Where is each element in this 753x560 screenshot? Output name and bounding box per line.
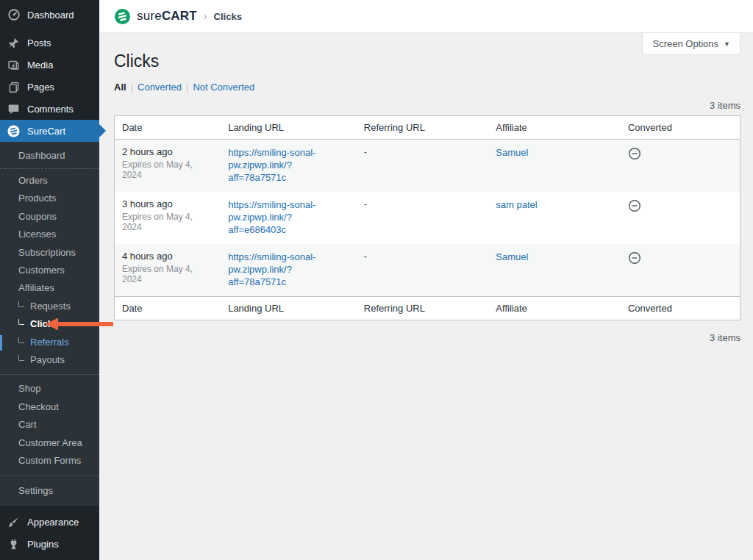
affiliate-link[interactable]: Samuel (496, 146, 528, 159)
referring-url-value: - (364, 251, 367, 262)
breadcrumb-current: Clicks (214, 11, 242, 22)
circle-minus-icon (628, 251, 641, 267)
submenu-divider (0, 374, 99, 375)
click-date: 2 hours ago (122, 146, 213, 157)
landing-url-link[interactable]: https://smiling-sonal-pw.zipwp.link/?aff… (228, 198, 349, 236)
column-header-date[interactable]: Date (115, 116, 221, 140)
submenu-corner-icon (18, 319, 24, 325)
submenu-item-orders[interactable]: Orders (0, 171, 99, 189)
appearance-icon (7, 515, 21, 529)
sidebar-item-label: Plugins (27, 539, 59, 550)
table-header-row: Date Landing URL Referring URL Affiliate… (115, 116, 740, 140)
submenu-item-custom-forms[interactable]: Custom Forms (0, 451, 99, 469)
submenu-item-cart[interactable]: Cart (0, 415, 99, 433)
column-header-landing-url[interactable]: Landing URL (221, 116, 357, 140)
circle-minus-icon (628, 199, 641, 215)
sidebar-item-users[interactable]: Users (0, 555, 99, 560)
submenu-corner-icon (18, 337, 24, 343)
referring-url-value: - (364, 146, 367, 157)
sidebar-item-appearance[interactable]: Appearance (0, 511, 99, 533)
landing-url-link[interactable]: https://smiling-sonal-pw.zipwp.link/?aff… (228, 251, 349, 288)
sidebar-item-plugins[interactable]: Plugins (0, 533, 99, 555)
submenu-item-settings[interactable]: Settings (0, 482, 99, 500)
submenu-corner-icon (18, 355, 24, 361)
submenu-item-customers[interactable]: Customers (0, 261, 99, 279)
items-count-bottom: 3 items (114, 332, 740, 343)
items-count-top: 3 items (114, 100, 740, 111)
referring-url-value: - (364, 198, 367, 209)
submenu-item-subscriptions[interactable]: Subscriptions (0, 243, 99, 261)
screen-options-button[interactable]: Screen Options ▼ (642, 33, 740, 55)
sidebar-item-label: Pages (27, 82, 54, 93)
column-footer-affiliate[interactable]: Affiliate (488, 297, 621, 320)
sidebar-item-posts[interactable]: Posts (0, 32, 99, 54)
filter-not-converted[interactable]: Not Converted (193, 82, 254, 93)
sidebar-item-label: Comments (27, 104, 74, 115)
column-footer-converted[interactable]: Converted (621, 297, 740, 320)
sidebar-item-surecart[interactable]: SureCart (0, 120, 99, 142)
column-header-affiliate[interactable]: Affiliate (488, 116, 621, 140)
filter-all[interactable]: All (114, 82, 126, 93)
chevron-down-icon: ▼ (724, 40, 730, 48)
clicks-table: Date Landing URL Referring URL Affiliate… (114, 115, 740, 320)
plugins-icon (7, 537, 21, 551)
table-row: 2 hours ago Expires on May 4, 2024 https… (115, 140, 740, 193)
column-header-referring-url[interactable]: Referring URL (357, 116, 489, 140)
landing-url-link[interactable]: https://smiling-sonal-pw.zipwp.link/?aff… (228, 146, 349, 184)
submenu-item-shop[interactable]: Shop (0, 380, 99, 398)
pin-icon (7, 36, 21, 50)
affiliate-link[interactable]: Samuel (496, 251, 528, 263)
breadcrumb-chevron-icon: › (204, 10, 207, 22)
click-expires: Expires on May 4, 2024 (122, 264, 213, 284)
surecart-icon (7, 124, 21, 138)
submenu-divider (0, 168, 99, 169)
menu-separator (0, 26, 99, 32)
click-expires: Expires on May 4, 2024 (122, 159, 213, 180)
submenu-item-referrals[interactable]: Referrals (0, 333, 99, 351)
submenu-item-checkout[interactable]: Checkout (0, 398, 99, 415)
column-header-converted[interactable]: Converted (621, 116, 740, 140)
sidebar-item-comments[interactable]: Comments (0, 98, 99, 120)
sidebar-item-label: Posts (27, 37, 51, 49)
sidebar-item-dashboard[interactable]: Dashboard (0, 4, 99, 26)
column-footer-landing-url[interactable]: Landing URL (221, 297, 357, 320)
admin-sidebar: Dashboard Posts Media Pages Comments (0, 0, 99, 560)
media-icon (7, 58, 21, 72)
filter-converted[interactable]: Converted (138, 82, 182, 93)
filter-separator: | (126, 82, 138, 93)
submenu-item-products[interactable]: Products (0, 190, 99, 207)
submenu-item-payouts[interactable]: Payouts (0, 351, 99, 368)
circle-minus-icon (628, 147, 641, 162)
submenu-item-affiliates[interactable]: Affiliates (0, 279, 99, 297)
main-content: Clicks All|Converted|Not Converted 3 ite… (99, 33, 753, 560)
click-date: 4 hours ago (122, 251, 213, 262)
table-footer-row: Date Landing URL Referring URL Affiliate… (115, 297, 740, 320)
filter-separator: | (182, 82, 193, 93)
submenu-item-coupons[interactable]: Coupons (0, 207, 99, 225)
column-footer-date[interactable]: Date (115, 297, 221, 320)
surecart-brand: sureCART (114, 8, 197, 25)
submenu-item-licenses[interactable]: Licenses (0, 226, 99, 243)
sidebar-item-media[interactable]: Media (0, 54, 99, 76)
brand-text: sureCART (137, 9, 197, 24)
submenu-item-dashboard[interactable]: Dashboard (0, 146, 99, 164)
pages-icon (7, 80, 21, 94)
referrals-highlight-tick (0, 335, 2, 351)
click-expires: Expires on May 4, 2024 (122, 212, 213, 232)
table-row: 4 hours ago Expires on May 4, 2024 https… (115, 244, 740, 297)
annotation-arrow-icon (46, 317, 113, 334)
active-menu-arrow (99, 124, 106, 137)
sidebar-item-label: Appearance (27, 517, 79, 528)
submenu-divider (0, 475, 99, 476)
plugin-header-bar: sureCART › Clicks (99, 0, 753, 33)
submenu-item-requests[interactable]: Requests (0, 297, 99, 315)
sidebar-item-pages[interactable]: Pages (0, 76, 99, 98)
column-footer-referring-url[interactable]: Referring URL (357, 297, 489, 320)
table-row: 3 hours ago Expires on May 4, 2024 https… (115, 192, 740, 244)
dashboard-icon (7, 8, 21, 22)
sidebar-item-label: Media (27, 60, 53, 71)
submenu-item-customer-area[interactable]: Customer Area (0, 434, 99, 451)
sidebar-item-label: Dashboard (27, 10, 74, 21)
affiliate-link[interactable]: sam patel (496, 198, 537, 211)
submenu-corner-icon (18, 301, 24, 307)
